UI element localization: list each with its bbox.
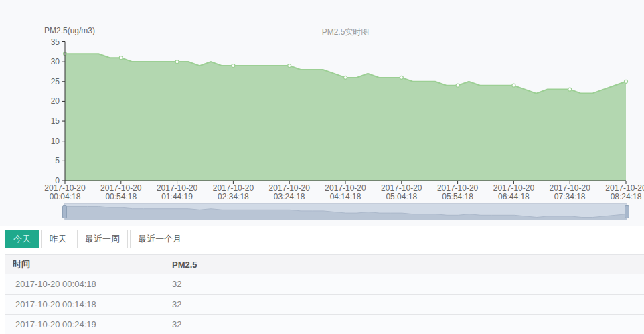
series-pm25: [65, 54, 626, 181]
cell-time: 2017-10-20 00:14:18: [5, 295, 167, 315]
area-fill: [65, 54, 626, 181]
y-tick-label: 5: [55, 156, 60, 165]
data-point-marker: [288, 64, 291, 68]
tab-last-week[interactable]: 最近一周: [77, 230, 128, 248]
x-tick-label: 2017-10-2006:44:18: [493, 183, 535, 201]
data-point-marker: [232, 64, 235, 68]
x-tick-label: 2017-10-2007:34:18: [550, 183, 591, 201]
data-point-marker: [400, 76, 403, 79]
data-point-marker: [344, 76, 347, 79]
header-time: 时间: [5, 255, 167, 274]
data-zoom-slider[interactable]: [64, 203, 627, 220]
y-tick-label: 35: [51, 37, 60, 47]
tab-last-month[interactable]: 最近一个月: [130, 230, 189, 248]
y-tick-label: 30: [51, 57, 60, 66]
table-header-row: 时间 PM2.5: [5, 255, 644, 274]
y-tick-label: 20: [51, 96, 60, 106]
range-tabs: 今天 昨天 最近一周 最近一个月: [5, 230, 644, 248]
table-row: 2017-10-20 00:14:18 32: [5, 295, 644, 315]
data-point-marker: [568, 88, 572, 91]
data-zoom-preview: [65, 204, 627, 220]
data-point-marker: [175, 60, 179, 64]
handle-grip-icon: [626, 210, 628, 214]
data-zoom-selected-range[interactable]: [65, 204, 627, 220]
x-tick-label: 2017-10-2000:04:18: [44, 183, 86, 201]
cell-pm25: 32: [167, 295, 644, 315]
data-zoom-right-handle[interactable]: [625, 205, 629, 218]
y-tick-label: 10: [51, 137, 60, 146]
table-row: 2017-10-20 00:04:18 32: [5, 274, 644, 295]
pm25-chart-panel: PM2.5(ug/m3) PM2.5实时图 051015202530352017…: [0, 0, 644, 226]
table-row: 2017-10-20 00:24:19 32: [5, 315, 644, 334]
y-axis: 05101520253035: [51, 37, 65, 186]
cell-pm25: 32: [167, 274, 644, 295]
x-tick-label: 2017-10-2008:24:18: [605, 183, 644, 201]
x-tick-label: 2017-10-2004:14:18: [325, 183, 366, 201]
data-zoom-left-handle[interactable]: [62, 205, 67, 218]
cell-pm25: 32: [167, 315, 644, 334]
data-point-marker: [512, 84, 515, 87]
cell-time: 2017-10-20 00:24:19: [5, 315, 167, 334]
x-tick-label: 2017-10-2001:44:19: [157, 183, 198, 201]
data-point-marker: [456, 84, 459, 87]
tab-today[interactable]: 今天: [5, 230, 39, 248]
x-tick-label: 2017-10-2002:34:18: [213, 183, 254, 201]
header-pm25: PM2.5: [167, 255, 644, 274]
x-tick-label: 2017-10-2003:24:18: [269, 183, 311, 201]
cell-time: 2017-10-20 00:04:18: [5, 274, 167, 295]
x-tick-label: 2017-10-2005:54:18: [437, 183, 479, 201]
pm25-data-table: 时间 PM2.5 2017-10-20 00:04:18 32 2017-10-…: [5, 254, 644, 334]
y-tick-label: 15: [51, 116, 60, 126]
handle-grip-icon: [64, 210, 66, 214]
pm25-area-chart[interactable]: 051015202530352017-10-2000:04:182017-10-…: [0, 0, 644, 201]
data-point-marker: [625, 80, 628, 83]
x-axis: 2017-10-2000:04:182017-10-2000:54:182017…: [44, 181, 644, 201]
y-tick-label: 25: [51, 77, 60, 86]
x-tick-label: 2017-10-2005:04:18: [381, 183, 422, 201]
tab-yesterday[interactable]: 昨天: [41, 230, 74, 248]
x-tick-label: 2017-10-2000:54:18: [100, 183, 142, 201]
data-point-marker: [119, 56, 123, 60]
